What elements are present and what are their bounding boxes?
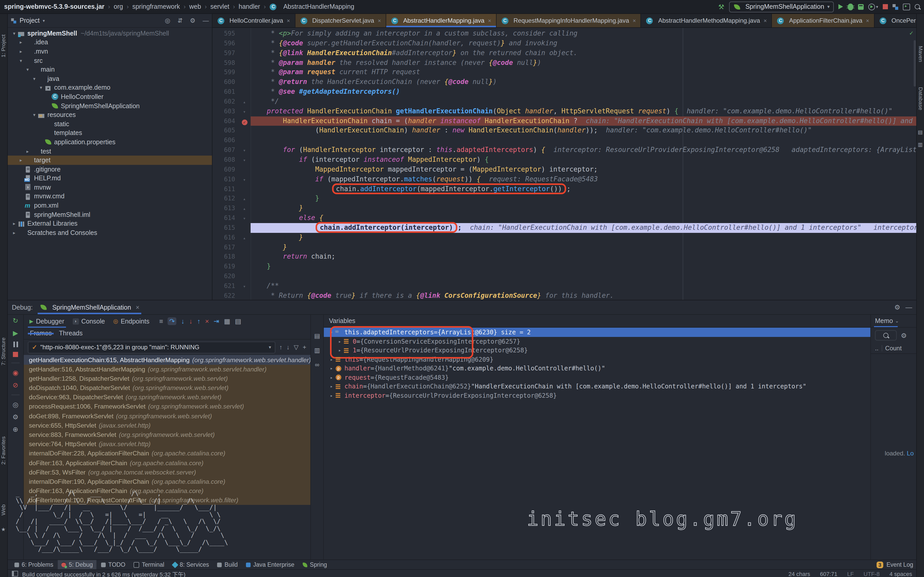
editor-line[interactable]: 605 (HandlerExecutionChain) handler : ne…	[212, 126, 916, 136]
tree-chevron-icon[interactable]: ▾	[24, 67, 31, 72]
memory-search-input[interactable]	[875, 330, 897, 341]
frame-row[interactable]: doFilter:53, WsFilter(org.apache.tomcat.…	[24, 467, 310, 477]
frame-row[interactable]: doFilter:163, ApplicationFilterChain(org…	[24, 486, 310, 496]
editor-line[interactable]: 617 }	[212, 242, 916, 252]
tree-chevron-icon[interactable]: ▸	[24, 148, 31, 154]
debug-session-tab[interactable]: SpringMemShellApplication ×	[38, 301, 142, 314]
tree-item[interactable]: SpringMemShellApplication	[8, 102, 212, 111]
editor-tab[interactable]: RequestMappingInfoHandlerMapping.java×	[496, 14, 641, 27]
frame-row[interactable]: doGet:898, FrameworkServlet(org.springfr…	[24, 411, 310, 421]
fold-marker-icon[interactable]: ▾	[238, 146, 250, 156]
force-step-into-icon[interactable]: ↓	[189, 318, 192, 326]
tree-chevron-icon[interactable]: ▾	[31, 76, 38, 81]
tree-item[interactable]: ▾main	[8, 65, 212, 74]
layout-grid-icon[interactable]	[893, 4, 898, 10]
frame-row[interactable]: doService:963, DispatcherServlet(org.spr…	[24, 393, 310, 402]
tree-item[interactable]: ▾springMemShell~/d4m1ts/java/springMemSh…	[8, 29, 212, 38]
editor-line[interactable]: 612▴ }	[212, 194, 916, 204]
tree-chevron-icon[interactable]: ▸	[18, 49, 24, 54]
editor-line[interactable]: 610▾ if (mappedInterceptor.matches(reque…	[212, 174, 916, 184]
memory-count-column[interactable]: Count	[885, 345, 901, 352]
editor-line[interactable]: 601 * @see #getAdaptedInterceptors()	[212, 87, 916, 97]
sidebar-item-project[interactable]: 1: Project	[0, 34, 7, 58]
run-config-select[interactable]: SpringMemShellApplication ▾	[729, 1, 834, 12]
pause-icon[interactable]	[13, 342, 18, 348]
editor-line[interactable]: 608▾ if (interceptor instanceof MappedIn…	[212, 155, 916, 165]
debug-gear-icon[interactable]: ⚙	[12, 413, 18, 421]
fold-marker-icon[interactable]: ▾	[238, 175, 250, 185]
sidebar-item-web[interactable]: Web	[0, 504, 7, 516]
build-hammer-icon[interactable]: ⚒	[718, 3, 724, 11]
breadcrumb-item[interactable]: org	[114, 3, 123, 10]
fold-marker-icon[interactable]: ▴	[238, 97, 250, 107]
toolwindow-button-problems[interactable]: 6: Problems	[11, 560, 57, 569]
prev-frame-icon[interactable]: ↑	[279, 344, 283, 351]
tree-item[interactable]: pom.xml	[8, 201, 212, 210]
tree-item[interactable]: ▾com.example.demo	[8, 83, 212, 92]
search-everywhere-icon[interactable]	[915, 4, 920, 9]
editor-tab[interactable]: ApplicationFilterChain.java×	[772, 14, 874, 27]
editor-line[interactable]: 611 chain.addInterceptor(mappedIntercept…	[212, 184, 916, 194]
tab-console[interactable]: › Console	[71, 315, 107, 328]
editor-line[interactable]: 598 * @param handler the resolved handle…	[212, 58, 916, 68]
tree-item[interactable]: ▾resources	[8, 111, 212, 119]
tab-threads[interactable]: Threads	[59, 328, 83, 339]
editor-line[interactable]: 609 MappedInterceptor mappedInterceptor …	[212, 165, 916, 175]
tree-item[interactable]: ▾java	[8, 74, 212, 83]
tree-item[interactable]: ▸Scratches and Consoles	[8, 228, 212, 237]
tree-item[interactable]: ▸.mvn	[8, 47, 212, 56]
toolwindow-button-terminal[interactable]: Terminal	[130, 560, 168, 569]
tree-chevron-icon[interactable]: ▾	[328, 330, 335, 335]
tree-chevron-icon[interactable]: ▸	[328, 375, 335, 380]
coverage-button[interactable]	[858, 4, 864, 10]
editor-line[interactable]: 622 * Return {@code true} if there is a …	[212, 291, 916, 300]
thread-selector[interactable]: ✓ "http-nio-8080-exec-1"@5,223 in group …	[28, 342, 275, 353]
step-over-icon[interactable]: ↷	[168, 318, 177, 326]
editor-line[interactable]: 621▾ /**	[212, 281, 916, 291]
tree-chevron-icon[interactable]: ▸	[328, 366, 335, 371]
line-ending[interactable]: LF	[847, 571, 854, 577]
stop-button[interactable]	[883, 4, 888, 9]
tab-memory[interactable]: Memo ⌄	[871, 315, 916, 328]
tab-frames[interactable]: Frames	[30, 328, 52, 339]
hide-debug-icon[interactable]: —	[905, 304, 912, 311]
collapse-all-icon[interactable]: ⇵	[178, 17, 183, 24]
sidebar-item-favorites[interactable]: 2: Favorites	[0, 436, 7, 465]
variable-row[interactable]: ▾this.adaptedInterceptors = {ArrayList@6…	[324, 328, 871, 337]
project-panel-title[interactable]: Project	[19, 17, 40, 24]
editor-line[interactable]: 619 }	[212, 262, 916, 272]
debug-settings-icon[interactable]: ⚙	[894, 304, 900, 311]
close-icon[interactable]: ×	[287, 18, 290, 24]
pin-icon[interactable]: ⊕	[13, 426, 18, 434]
sidebar-item-database[interactable]: Database	[917, 87, 924, 110]
toolwindow-button-debug[interactable]: 5: Debug	[58, 560, 97, 569]
frame-row[interactable]: internalDoFilter:190, ApplicationFilterC…	[24, 477, 310, 486]
breadcrumb-item[interactable]: web	[189, 3, 201, 10]
tab-endpoints[interactable]: ◎ Endpoints	[111, 315, 151, 328]
layers-icon[interactable]: ▤	[918, 129, 923, 135]
breadcrumb-item[interactable]: springframework	[132, 3, 180, 10]
filter-frames-icon[interactable]: ▽	[294, 344, 299, 351]
fold-marker-icon[interactable]: ▴	[238, 195, 250, 204]
frame-row[interactable]: getHandler:1258, DispatcherServlet(org.s…	[24, 374, 310, 383]
frame-row[interactable]: getHandler:516, AbstractHandlerMapping(o…	[24, 364, 310, 374]
breadcrumb-item[interactable]: AbstractHandlerMapping	[283, 3, 354, 10]
tree-chevron-icon[interactable]: ▸	[11, 230, 18, 235]
close-icon[interactable]: ×	[378, 18, 381, 24]
frame-row[interactable]: service:655, HttpServlet(javax.servlet.h…	[24, 421, 310, 430]
sidebar-item-structure[interactable]: 7: Structure	[0, 337, 7, 366]
editor-line[interactable]: 603▾ protected HandlerExecutionChain get…	[212, 106, 916, 116]
watch-return-values-icon[interactable]: ∞	[315, 361, 319, 369]
toolwindow-button-build[interactable]: Build	[214, 560, 241, 569]
editor-line[interactable]: 618 return chain;	[212, 252, 916, 262]
variable-row[interactable]: ▸interceptor = {ResourceUrlProviderExpos…	[324, 391, 871, 400]
tree-chevron-icon[interactable]: ▸	[328, 384, 335, 389]
tree-chevron-icon[interactable]: ▸	[11, 221, 18, 226]
tree-item[interactable]: .gitignore	[8, 165, 212, 174]
toolwindow-button-todo[interactable]: TODO	[97, 560, 129, 569]
variable-row[interactable]: ▸handler = {HandlerMethod@6241} "com.exa…	[324, 364, 871, 373]
breadcrumb-item[interactable]: spring-webmvc-5.3.9-sources.jar	[4, 3, 104, 10]
more-options-icon[interactable]: ▤	[235, 318, 241, 326]
view-breakpoints-icon[interactable]: ◉	[13, 369, 19, 377]
tree-chevron-icon[interactable]: ▾	[18, 58, 24, 63]
